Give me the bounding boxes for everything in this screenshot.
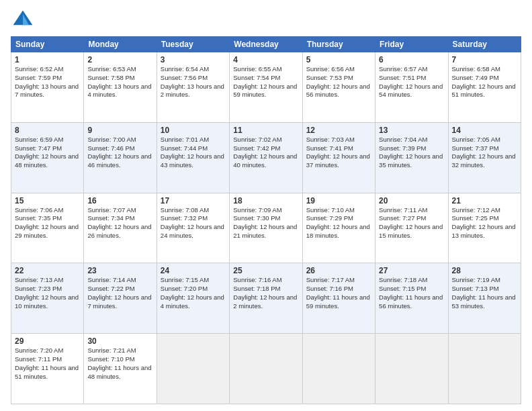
weekday-header-friday: Friday [375,37,448,52]
weekday-header-row: SundayMondayTuesdayWednesdayThursdayFrid… [11,37,521,52]
weekday-header-tuesday: Tuesday [157,37,229,52]
day-info: Sunrise: 7:00 AM Sunset: 7:46 PM Dayligh… [87,136,152,170]
day-number: 26 [306,266,371,275]
day-number: 23 [87,266,152,275]
calendar-cell: 11Sunrise: 7:02 AM Sunset: 7:42 PM Dayli… [230,122,302,193]
week-row-5: 29Sunrise: 7:20 AM Sunset: 7:11 PM Dayli… [11,334,521,404]
day-info: Sunrise: 7:10 AM Sunset: 7:29 PM Dayligh… [306,206,371,240]
day-number: 16 [87,196,152,205]
day-number: 19 [306,196,371,205]
weekday-header-sunday: Sunday [11,37,84,52]
day-info: Sunrise: 7:05 AM Sunset: 7:37 PM Dayligh… [452,136,517,170]
logo-icon [11,8,35,32]
day-info: Sunrise: 7:17 AM Sunset: 7:16 PM Dayligh… [306,276,371,310]
day-info: Sunrise: 7:18 AM Sunset: 7:15 PM Dayligh… [379,276,444,310]
day-info: Sunrise: 6:59 AM Sunset: 7:47 PM Dayligh… [15,136,80,170]
calendar-cell: 4Sunrise: 6:55 AM Sunset: 7:54 PM Daylig… [230,52,302,123]
calendar-cell: 25Sunrise: 7:16 AM Sunset: 7:18 PM Dayli… [230,263,302,334]
day-info: Sunrise: 7:19 AM Sunset: 7:13 PM Dayligh… [452,276,517,310]
day-number: 13 [379,126,444,135]
calendar-cell: 5Sunrise: 6:56 AM Sunset: 7:53 PM Daylig… [302,52,375,123]
day-number: 25 [233,266,298,275]
week-row-4: 22Sunrise: 7:13 AM Sunset: 7:23 PM Dayli… [11,263,521,334]
week-row-1: 1Sunrise: 6:52 AM Sunset: 7:59 PM Daylig… [11,52,521,123]
day-number: 8 [15,126,80,135]
calendar-cell [302,334,375,404]
calendar-cell: 21Sunrise: 7:12 AM Sunset: 7:25 PM Dayli… [448,193,521,263]
calendar-cell: 7Sunrise: 6:58 AM Sunset: 7:49 PM Daylig… [448,52,521,123]
calendar-cell: 29Sunrise: 7:20 AM Sunset: 7:11 PM Dayli… [11,334,84,404]
calendar-cell: 28Sunrise: 7:19 AM Sunset: 7:13 PM Dayli… [448,263,521,334]
day-number: 28 [452,266,517,275]
calendar-cell [230,334,302,404]
day-info: Sunrise: 7:20 AM Sunset: 7:11 PM Dayligh… [15,347,80,381]
calendar-cell [157,334,229,404]
day-info: Sunrise: 7:13 AM Sunset: 7:23 PM Dayligh… [15,276,80,310]
day-number: 4 [233,55,298,64]
day-info: Sunrise: 6:55 AM Sunset: 7:54 PM Dayligh… [233,65,298,99]
calendar: SundayMondayTuesdayWednesdayThursdayFrid… [11,36,521,404]
day-info: Sunrise: 7:06 AM Sunset: 7:35 PM Dayligh… [15,206,80,240]
day-info: Sunrise: 7:07 AM Sunset: 7:34 PM Dayligh… [87,206,152,240]
calendar-cell: 26Sunrise: 7:17 AM Sunset: 7:16 PM Dayli… [302,263,375,334]
calendar-cell: 3Sunrise: 6:54 AM Sunset: 7:56 PM Daylig… [157,52,229,123]
day-info: Sunrise: 7:16 AM Sunset: 7:18 PM Dayligh… [233,276,298,310]
calendar-cell: 6Sunrise: 6:57 AM Sunset: 7:51 PM Daylig… [375,52,448,123]
day-info: Sunrise: 7:15 AM Sunset: 7:20 PM Dayligh… [161,276,226,310]
day-number: 18 [233,196,298,205]
day-number: 3 [161,55,226,64]
calendar-cell: 1Sunrise: 6:52 AM Sunset: 7:59 PM Daylig… [11,52,84,123]
day-info: Sunrise: 7:12 AM Sunset: 7:25 PM Dayligh… [452,206,517,240]
calendar-cell: 2Sunrise: 6:53 AM Sunset: 7:58 PM Daylig… [84,52,157,123]
day-info: Sunrise: 6:57 AM Sunset: 7:51 PM Dayligh… [379,65,444,99]
day-number: 2 [87,55,152,64]
calendar-cell: 20Sunrise: 7:11 AM Sunset: 7:27 PM Dayli… [375,193,448,263]
day-number: 21 [452,196,517,205]
calendar-cell: 22Sunrise: 7:13 AM Sunset: 7:23 PM Dayli… [11,263,84,334]
day-number: 1 [15,55,80,64]
calendar-cell: 8Sunrise: 6:59 AM Sunset: 7:47 PM Daylig… [11,122,84,193]
calendar-cell: 10Sunrise: 7:01 AM Sunset: 7:44 PM Dayli… [157,122,229,193]
day-info: Sunrise: 6:53 AM Sunset: 7:58 PM Dayligh… [87,65,152,99]
logo [11,8,38,32]
header [11,8,521,32]
weekday-header-thursday: Thursday [302,37,375,52]
day-number: 30 [87,336,152,346]
calendar-cell [448,334,521,404]
day-number: 11 [233,126,298,135]
weekday-header-monday: Monday [84,37,157,52]
calendar-cell: 27Sunrise: 7:18 AM Sunset: 7:15 PM Dayli… [375,263,448,334]
day-number: 29 [15,336,80,346]
calendar-cell: 23Sunrise: 7:14 AM Sunset: 7:22 PM Dayli… [84,263,157,334]
day-number: 27 [379,266,444,275]
calendar-cell: 24Sunrise: 7:15 AM Sunset: 7:20 PM Dayli… [157,263,229,334]
day-info: Sunrise: 6:52 AM Sunset: 7:59 PM Dayligh… [15,65,80,99]
day-info: Sunrise: 7:21 AM Sunset: 7:10 PM Dayligh… [87,347,152,381]
day-number: 5 [306,55,371,64]
day-info: Sunrise: 7:11 AM Sunset: 7:27 PM Dayligh… [379,206,444,240]
weekday-header-wednesday: Wednesday [230,37,302,52]
calendar-cell: 12Sunrise: 7:03 AM Sunset: 7:41 PM Dayli… [302,122,375,193]
day-info: Sunrise: 6:58 AM Sunset: 7:49 PM Dayligh… [452,65,517,99]
day-number: 22 [15,266,80,275]
page: SundayMondayTuesdayWednesdayThursdayFrid… [0,0,532,411]
day-number: 10 [161,126,226,135]
calendar-cell: 15Sunrise: 7:06 AM Sunset: 7:35 PM Dayli… [11,193,84,263]
week-row-2: 8Sunrise: 6:59 AM Sunset: 7:47 PM Daylig… [11,122,521,193]
day-number: 7 [452,55,517,64]
day-info: Sunrise: 6:54 AM Sunset: 7:56 PM Dayligh… [161,65,226,99]
calendar-cell: 30Sunrise: 7:21 AM Sunset: 7:10 PM Dayli… [84,334,157,404]
day-info: Sunrise: 7:04 AM Sunset: 7:39 PM Dayligh… [379,136,444,170]
day-number: 14 [452,126,517,135]
day-number: 17 [161,196,226,205]
day-info: Sunrise: 7:09 AM Sunset: 7:30 PM Dayligh… [233,206,298,240]
day-info: Sunrise: 7:14 AM Sunset: 7:22 PM Dayligh… [87,276,152,310]
day-info: Sunrise: 7:01 AM Sunset: 7:44 PM Dayligh… [161,136,226,170]
day-number: 12 [306,126,371,135]
day-info: Sunrise: 6:56 AM Sunset: 7:53 PM Dayligh… [306,65,371,99]
calendar-cell: 17Sunrise: 7:08 AM Sunset: 7:32 PM Dayli… [157,193,229,263]
calendar-cell [375,334,448,404]
week-row-3: 15Sunrise: 7:06 AM Sunset: 7:35 PM Dayli… [11,193,521,263]
day-number: 15 [15,196,80,205]
calendar-cell: 16Sunrise: 7:07 AM Sunset: 7:34 PM Dayli… [84,193,157,263]
